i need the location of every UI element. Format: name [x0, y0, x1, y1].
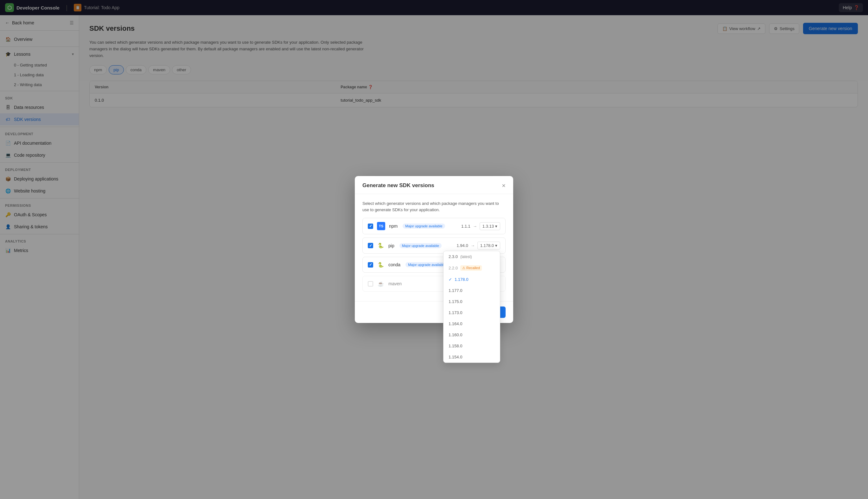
modal-header: Generate new SDK versions × [355, 176, 513, 194]
dropdown-option-2.2.0[interactable]: 2.2.0 ⚠ Recalled [444, 262, 500, 274]
pip-version-info: 1.94.0 → 1.178.0 ▾ 2.3.0 (latest) [457, 242, 500, 250]
npm-label: npm [389, 223, 398, 229]
npm-checkbox[interactable]: ✓ [368, 223, 373, 229]
modal-description: Select which generator versions and whic… [362, 200, 506, 213]
check-icon: ✓ [449, 277, 452, 282]
npm-version-select[interactable]: 1.3.13 ▾ [480, 222, 500, 230]
dropdown-option-1.178.0[interactable]: ✓ 1.178.0 [444, 274, 500, 285]
pip-dropdown-icon: ▾ [495, 243, 497, 248]
modal-overlay[interactable]: Generate new SDK versions × Select which… [0, 0, 868, 499]
dropdown-option-1.164.0[interactable]: 1.164.0 [444, 318, 500, 329]
modal-body: Select which generator versions and whic… [355, 194, 513, 301]
pip-version-select[interactable]: 1.178.0 ▾ [478, 242, 500, 250]
maven-checkbox[interactable] [368, 281, 373, 287]
dropdown-option-2.3.0[interactable]: 2.3.0 (latest) [444, 251, 500, 262]
version-label-1.164.0: 1.164.0 [449, 321, 462, 326]
pip-from-version: 1.94.0 [457, 243, 468, 248]
version-label-1.178.0: 1.178.0 [455, 277, 468, 282]
dropdown-option-1.154.0[interactable]: 1.154.0 [444, 351, 500, 363]
dropdown-option-1.175.0[interactable]: 1.175.0 [444, 296, 500, 307]
version-label-1.154.0: 1.154.0 [449, 355, 462, 360]
pip-label: pip [388, 243, 394, 248]
version-label-2.2.0: 2.2.0 [449, 266, 458, 270]
sdk-row-npm: ✓ TS npm Major upgrade available 1.1.1 →… [362, 218, 506, 234]
sdk-row-pip: ✓ 🐍 pip Major upgrade available 1.94.0 →… [362, 238, 506, 254]
pip-arrow-icon: → [471, 243, 475, 248]
npm-from-version: 1.1.1 [461, 224, 470, 229]
maven-label: maven [388, 281, 402, 286]
npm-badge: Major upgrade available [403, 223, 445, 229]
dropdown-option-1.177.0[interactable]: 1.177.0 [444, 285, 500, 296]
latest-label: (latest) [460, 255, 472, 259]
pip-dropdown-wrapper: 1.178.0 ▾ 2.3.0 (latest) 2.2.0 ⚠ Recal [478, 242, 500, 250]
pip-badge: Major upgrade available [399, 243, 442, 248]
conda-checkbox[interactable]: ✓ [368, 262, 373, 268]
npm-dropdown-icon: ▾ [495, 224, 497, 229]
npm-to-version: 1.3.13 [482, 224, 494, 229]
pip-checkbox[interactable]: ✓ [368, 243, 373, 248]
pip-version-dropdown: 2.3.0 (latest) 2.2.0 ⚠ Recalled ✓ 1.178.… [443, 251, 500, 363]
npm-version-info: 1.1.1 → 1.3.13 ▾ [461, 222, 500, 230]
pip-icon: 🐍 [377, 242, 385, 250]
version-label-1.175.0: 1.175.0 [449, 299, 462, 304]
conda-badge: Major upgrade available [406, 262, 448, 267]
check-mark-pip-icon: ✓ [369, 243, 372, 248]
version-label: 2.3.0 [449, 254, 458, 259]
version-label-1.160.0: 1.160.0 [449, 332, 462, 337]
conda-icon: 🐍 [377, 261, 385, 268]
modal-title: Generate new SDK versions [362, 182, 434, 189]
pip-to-version: 1.178.0 [480, 243, 494, 248]
check-mark-conda-icon: ✓ [369, 263, 372, 267]
dropdown-option-1.160.0[interactable]: 1.160.0 [444, 329, 500, 340]
dropdown-option-1.173.0[interactable]: 1.173.0 [444, 307, 500, 318]
npm-arrow-icon: → [473, 224, 477, 229]
conda-label: conda [388, 262, 400, 267]
maven-icon: ☕ [377, 280, 385, 288]
npm-icon: TS [377, 222, 385, 230]
generate-sdk-modal: Generate new SDK versions × Select which… [355, 176, 513, 323]
version-label-1.177.0: 1.177.0 [449, 288, 462, 293]
modal-close-button[interactable]: × [502, 182, 506, 189]
version-label-1.173.0: 1.173.0 [449, 310, 462, 315]
recalled-badge: ⚠ Recalled [460, 265, 482, 271]
dropdown-option-1.158.0[interactable]: 1.158.0 [444, 340, 500, 351]
version-label-1.158.0: 1.158.0 [449, 343, 462, 348]
check-mark-icon: ✓ [369, 224, 372, 228]
